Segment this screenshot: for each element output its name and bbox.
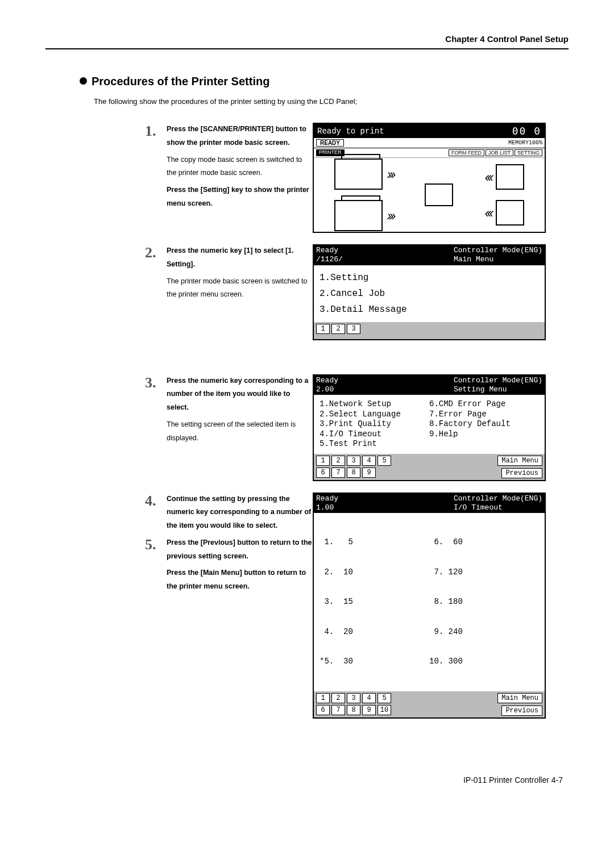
copier-icon: [334, 200, 383, 231]
lcd-status: Ready: [316, 494, 338, 503]
previous-button[interactable]: Previous: [501, 468, 542, 478]
lcd-code: 1.00: [316, 503, 338, 512]
numeric-key-7[interactable]: 7: [331, 468, 345, 478]
ready-badge: READY: [316, 139, 344, 147]
step-2-bold1: Press the numeric key [1] to select [1. …: [167, 244, 313, 272]
step-2-number: 2.: [145, 244, 167, 261]
numeric-key-10[interactable]: 10: [377, 705, 391, 715]
timeout-option[interactable]: 10. 300: [429, 657, 539, 667]
lcd-menu-name: Setting Menu: [454, 385, 542, 394]
numeric-key-2[interactable]: 2: [331, 456, 345, 466]
numeric-key-1[interactable]: 1: [316, 324, 330, 334]
step-1-plain1: The copy mode basic screen is switched t…: [167, 153, 313, 181]
numeric-key-3[interactable]: 3: [347, 693, 360, 703]
timeout-option[interactable]: 1. 5: [320, 537, 429, 548]
copier-icon: [334, 158, 383, 190]
io-timeout-lcd: Ready 1.00 Controller Mode(ENG) I/O Time…: [313, 493, 546, 719]
numeric-key-8[interactable]: 8: [347, 705, 360, 715]
setting-item[interactable]: 3.Print Quality: [320, 419, 429, 429]
formfeed-button[interactable]: FORM FEED: [449, 149, 484, 156]
numeric-key-4[interactable]: 4: [362, 456, 376, 466]
step-1-text: Press the [SCANNER/PRINTER] button to sh…: [167, 123, 313, 214]
numeric-key-3[interactable]: 3: [347, 456, 360, 466]
ps-counter: 00 0: [512, 125, 541, 137]
timeout-option[interactable]: 7. 120: [429, 567, 539, 578]
step-4-5-left: 4. Continue the setting by pressing the …: [45, 493, 313, 597]
lcd-header: Ready /1126/ Controller Mode(ENG) Main M…: [314, 245, 545, 265]
setting-item[interactable]: 5.Test Print: [320, 439, 429, 449]
timeout-option[interactable]: 2. 10: [320, 567, 429, 578]
printer-basic-screen: Ready to print 00 0 READY MEMORY100% PRI…: [313, 123, 546, 233]
joblist-button[interactable]: JOB LIST: [486, 149, 513, 156]
numeric-key-8[interactable]: 8: [347, 468, 360, 478]
document-icon: [496, 164, 524, 190]
step-5-bold1: Press the [Previous] button to return to…: [167, 536, 313, 564]
lcd-mode: Controller Mode(ENG): [454, 376, 542, 385]
step-3-number: 3.: [145, 374, 167, 391]
step-4-number: 4.: [145, 493, 167, 536]
arrow-icon: ‹‹‹: [484, 169, 491, 185]
numeric-key-1[interactable]: 1: [316, 456, 330, 466]
step-4-5: 4. Continue the setting by pressing the …: [45, 493, 569, 719]
bullet-icon: [80, 77, 87, 85]
step-2-plain1: The printer mode basic screen is switche…: [167, 275, 313, 302]
lcd-header: Ready 2.00 Controller Mode(ENG) Setting …: [314, 375, 545, 395]
numeric-key-6[interactable]: 6: [316, 468, 330, 478]
step-1: 1. Press the [SCANNER/PRINTER] button to…: [45, 123, 569, 233]
timeout-option[interactable]: 4. 20: [320, 627, 429, 637]
pages-icon: [425, 183, 453, 206]
lcd-code: /1126/: [316, 255, 343, 264]
numeric-key-2[interactable]: 2: [331, 693, 345, 703]
numeric-key-5[interactable]: 5: [377, 693, 391, 703]
setting-item[interactable]: 8.Factory Default: [429, 419, 539, 429]
lcd-status: Ready: [316, 376, 338, 385]
step-5-text: Press the [Previous] button to return to…: [167, 536, 313, 597]
setting-item[interactable]: 2.Select Language: [320, 410, 429, 420]
ps-status-row: READY MEMORY100%: [314, 138, 545, 148]
numeric-key-5[interactable]: 5: [377, 456, 391, 466]
setting-item[interactable]: 9.Help: [429, 429, 539, 440]
numeric-key-3[interactable]: 3: [347, 324, 360, 334]
step-3: 3. Press the numeric key corresponding t…: [45, 374, 569, 481]
numeric-key-2[interactable]: 2: [331, 324, 345, 334]
numeric-key-9[interactable]: 9: [362, 705, 376, 715]
main-menu-button[interactable]: Main Menu: [497, 456, 542, 466]
setting-item[interactable]: 4.I/O Timeout: [320, 429, 429, 440]
numeric-key-6[interactable]: 6: [316, 705, 330, 715]
chapter-header: Chapter 4 Control Panel Setup: [45, 34, 569, 49]
main-menu-button[interactable]: Main Menu: [497, 693, 542, 703]
timeout-option[interactable]: 3. 15: [320, 597, 429, 607]
timeout-option[interactable]: 9. 240: [429, 627, 539, 637]
numeric-key-7[interactable]: 7: [331, 705, 345, 715]
menu-item-setting[interactable]: 1.Setting: [320, 270, 539, 286]
setting-item[interactable]: 6.CMD Error Page: [429, 399, 539, 410]
lcd-mode: Controller Mode(ENG): [454, 246, 542, 255]
menu-item-detail-message[interactable]: 3.Detail Message: [320, 302, 539, 318]
lcd-mode: Controller Mode(ENG): [454, 494, 542, 503]
numeric-key-1[interactable]: 1: [316, 693, 330, 703]
timeout-option[interactable]: 8. 180: [429, 597, 539, 607]
lcd-footer: 1 2 3 4 5 6 7 8 9 10: [314, 691, 545, 717]
timeout-option[interactable]: 6. 60: [429, 537, 539, 548]
lcd-code: 2.00: [316, 385, 338, 394]
intro-text: The following show the procedures of the…: [94, 97, 569, 106]
previous-button[interactable]: Previous: [501, 706, 542, 716]
step-1-screen: Ready to print 00 0 READY MEMORY100% PRI…: [313, 123, 546, 233]
ps-top: Ready to print 00 0: [314, 124, 545, 138]
step-2-text: Press the numeric key [1] to select [1. …: [167, 244, 313, 305]
numeric-key-9[interactable]: 9: [362, 468, 376, 478]
setting-item[interactable]: 7.Error Page: [429, 410, 539, 420]
setting-button[interactable]: SETTING: [515, 149, 542, 156]
lcd-header: Ready 1.00 Controller Mode(ENG) I/O Time…: [314, 494, 545, 514]
setting-item[interactable]: 1.Network Setup: [320, 399, 429, 410]
document-icon: [496, 200, 524, 226]
menu-item-cancel-job[interactable]: 2.Cancel Job: [320, 286, 539, 302]
numeric-key-4[interactable]: 4: [362, 693, 376, 703]
lcd-body: 1. 5 2. 10 3. 15 4. 20 *5. 30 6. 60 7. 1…: [314, 513, 545, 691]
step-3-text: Press the numeric key corresponding to a…: [167, 374, 313, 449]
step-2-screen: Ready /1126/ Controller Mode(ENG) Main M…: [313, 244, 546, 340]
step-4-bold1: Continue the setting by pressing the num…: [167, 493, 313, 533]
timeout-option-selected[interactable]: *5. 30: [320, 657, 429, 667]
page-footer: IP-011 Printer Controller 4-7: [45, 775, 569, 784]
step-1-number: 1.: [145, 123, 167, 140]
